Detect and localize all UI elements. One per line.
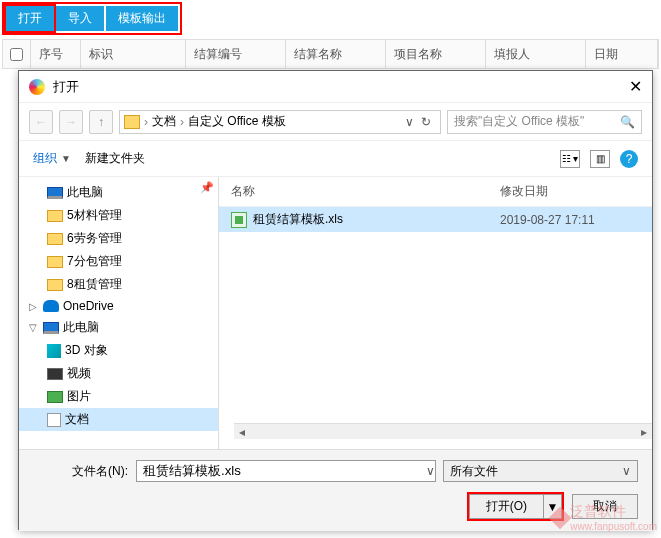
tree-label: 此电脑: [67, 184, 103, 201]
tree-label: 此电脑: [63, 319, 99, 336]
back-button[interactable]: ←: [29, 110, 53, 134]
col-seq[interactable]: 序号: [31, 40, 81, 68]
filetype-select[interactable]: 所有文件 ∨: [443, 460, 638, 482]
tree-label: 7分包管理: [67, 253, 122, 270]
document-icon: [47, 413, 61, 427]
preview-pane-icon[interactable]: ▥: [590, 150, 610, 168]
tree-label: 5材料管理: [67, 207, 122, 224]
dialog-tools: 组织 ▼ 新建文件夹 ☷ ▾ ▥ ?: [19, 141, 652, 177]
tree-label: 8租赁管理: [67, 276, 122, 293]
search-input[interactable]: 搜索"自定义 Office 模板" 🔍: [447, 110, 642, 134]
tree-label: OneDrive: [63, 299, 114, 313]
filename-label: 文件名(N):: [33, 463, 128, 480]
open-button-wrap: 打开(O) ▼: [467, 492, 564, 521]
tree-item-folder[interactable]: 6劳务管理: [19, 227, 218, 250]
open-confirm-button[interactable]: 打开(O): [469, 494, 544, 519]
open-split-dropdown[interactable]: ▼: [544, 494, 562, 519]
file-row[interactable]: 租赁结算模板.xls 2019-08-27 17:11: [219, 207, 652, 232]
collapse-icon[interactable]: ▽: [29, 322, 39, 333]
import-button[interactable]: 导入: [56, 6, 104, 31]
tree-label: 3D 对象: [65, 342, 108, 359]
organize-menu[interactable]: 组织: [33, 150, 57, 167]
template-output-button[interactable]: 模板输出: [106, 6, 178, 31]
app-logo-icon: [29, 79, 45, 95]
tree-item-folder[interactable]: 7分包管理: [19, 250, 218, 273]
close-icon[interactable]: ✕: [610, 77, 642, 96]
expand-icon[interactable]: ▷: [29, 301, 39, 312]
tree-item-this-pc[interactable]: ▽此电脑: [19, 316, 218, 339]
cancel-button[interactable]: 取消: [572, 494, 638, 519]
path-dropdown-icon[interactable]: ∨: [405, 115, 414, 129]
dialog-body: 📌 此电脑 5材料管理 6劳务管理 7分包管理 8租赁管理 ▷OneDrive …: [19, 177, 652, 449]
xls-icon: [231, 212, 247, 228]
onedrive-icon: [43, 300, 59, 312]
folder-icon: [124, 115, 140, 129]
horizontal-scrollbar[interactable]: ◂ ▸: [234, 423, 652, 439]
chevron-down-icon[interactable]: ∨: [426, 464, 435, 478]
tree-label: 视频: [67, 365, 91, 382]
view-options-icon[interactable]: ☷ ▾: [560, 150, 580, 168]
col-name[interactable]: 结算名称: [286, 40, 386, 68]
breadcrumb[interactable]: › 文档 › 自定义 Office 模板 ∨ ↻: [119, 110, 441, 134]
dialog-titlebar: 打开 ✕: [19, 71, 652, 103]
tree-item-this-pc[interactable]: 此电脑: [19, 181, 218, 204]
computer-icon: [43, 322, 59, 334]
col-id[interactable]: 标识: [81, 40, 186, 68]
search-placeholder: 搜索"自定义 Office 模板": [454, 113, 584, 130]
tree-label: 6劳务管理: [67, 230, 122, 247]
col-filename[interactable]: 名称: [231, 183, 500, 200]
scroll-left-icon[interactable]: ◂: [234, 425, 250, 439]
refresh-icon[interactable]: ↻: [416, 115, 436, 129]
pin-icon: 📌: [200, 181, 214, 194]
search-icon: 🔍: [620, 115, 635, 129]
col-date[interactable]: 日期: [586, 40, 658, 68]
chevron-down-icon[interactable]: ▼: [61, 153, 71, 164]
crumb-docs[interactable]: 文档: [148, 113, 180, 130]
folder-icon: [47, 233, 63, 245]
tree-item-folder[interactable]: 8租赁管理: [19, 273, 218, 296]
up-button[interactable]: ↑: [89, 110, 113, 134]
select-all-checkbox[interactable]: [10, 48, 23, 61]
filename-input[interactable]: [136, 460, 436, 482]
scroll-right-icon[interactable]: ▸: [636, 425, 652, 439]
file-date: 2019-08-27 17:11: [500, 213, 640, 227]
col-project[interactable]: 项目名称: [386, 40, 486, 68]
filetype-label: 所有文件: [450, 463, 498, 480]
tree-item-onedrive[interactable]: ▷OneDrive: [19, 296, 218, 316]
grid-header: 序号 标识 结算编号 结算名称 项目名称 填报人 日期: [2, 39, 659, 69]
file-list: 名称 修改日期 租赁结算模板.xls 2019-08-27 17:11: [219, 177, 652, 449]
tree-item-3d[interactable]: 3D 对象: [19, 339, 218, 362]
cube-icon: [47, 344, 61, 358]
file-list-header: 名称 修改日期: [219, 177, 652, 207]
tree-item-documents[interactable]: 文档: [19, 408, 218, 431]
forward-button[interactable]: →: [59, 110, 83, 134]
open-file-dialog: 打开 ✕ ← → ↑ › 文档 › 自定义 Office 模板 ∨ ↻ 搜索"自…: [18, 70, 653, 530]
open-button[interactable]: 打开: [6, 6, 54, 31]
dialog-title: 打开: [53, 78, 610, 96]
file-name: 租赁结算模板.xls: [253, 211, 500, 228]
folder-icon: [47, 210, 63, 222]
tree-item-video[interactable]: 视频: [19, 362, 218, 385]
computer-icon: [47, 187, 63, 199]
tree-label: 文档: [65, 411, 89, 428]
tree-label: 图片: [67, 388, 91, 405]
folder-icon: [47, 256, 63, 268]
new-folder-button[interactable]: 新建文件夹: [85, 150, 145, 167]
image-icon: [47, 391, 63, 403]
col-code[interactable]: 结算编号: [186, 40, 286, 68]
video-icon: [47, 368, 63, 380]
tree-item-folder[interactable]: 5材料管理: [19, 204, 218, 227]
dialog-footer: 文件名(N): ∨ 所有文件 ∨ 打开(O) ▼ 取消: [19, 449, 652, 531]
dialog-nav: ← → ↑ › 文档 › 自定义 Office 模板 ∨ ↻ 搜索"自定义 Of…: [19, 103, 652, 141]
tree-item-pictures[interactable]: 图片: [19, 385, 218, 408]
folder-tree[interactable]: 📌 此电脑 5材料管理 6劳务管理 7分包管理 8租赁管理 ▷OneDrive …: [19, 177, 219, 449]
help-icon[interactable]: ?: [620, 150, 638, 168]
folder-icon: [47, 279, 63, 291]
col-modified[interactable]: 修改日期: [500, 183, 640, 200]
col-filler[interactable]: 填报人: [486, 40, 586, 68]
main-toolbar: 打开 导入 模板输出: [2, 2, 182, 35]
chevron-down-icon: ∨: [622, 464, 631, 478]
crumb-templates[interactable]: 自定义 Office 模板: [184, 113, 290, 130]
